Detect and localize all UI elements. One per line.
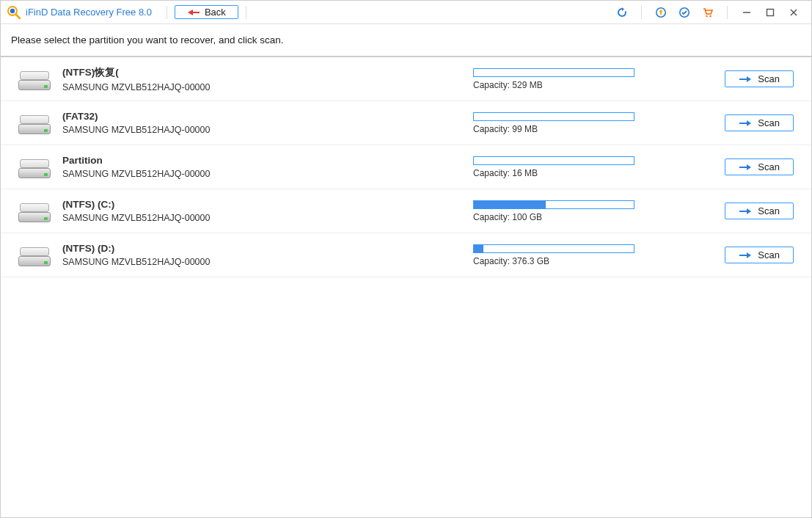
back-button[interactable]: Back (175, 5, 238, 19)
device-name: SAMSUNG MZVLB512HAJQ-00000 (62, 125, 473, 135)
separator-icon (641, 6, 642, 19)
drive-icon (18, 200, 51, 222)
drive-icon (18, 112, 51, 134)
capacity-text: Capacity: 529 MB (473, 80, 725, 90)
partition-list: (NTFS)恢复( SAMSUNG MZVLB512HAJQ-00000 Cap… (1, 57, 811, 277)
capacity-column: Capacity: 529 MB (473, 68, 725, 90)
capacity-bar (473, 244, 634, 253)
back-button-label: Back (205, 7, 226, 18)
titlebar: iFinD Data Recovery Free 8.0 Back (1, 1, 811, 24)
app-title: iFinD Data Recovery Free 8.0 (26, 7, 152, 18)
arrow-right-icon (739, 252, 752, 259)
scan-button-label: Scan (758, 205, 780, 216)
capacity-text: Capacity: 99 MB (473, 124, 725, 134)
instruction-text: Please select the partition you want to … (1, 24, 811, 57)
capacity-bar (473, 156, 634, 165)
capacity-bar (473, 200, 634, 209)
scan-button-label: Scan (758, 117, 780, 128)
app-logo-icon (7, 5, 21, 20)
partition-name: Partition (62, 155, 473, 166)
svg-rect-8 (767, 9, 774, 15)
drive-icon (18, 156, 51, 178)
partition-name: (NTFS)恢复( (62, 66, 473, 79)
scan-button-label: Scan (758, 161, 780, 172)
scan-button-label: Scan (758, 249, 780, 260)
arrow-right-icon (739, 76, 752, 83)
capacity-column: Capacity: 16 MB (473, 156, 725, 178)
partition-row[interactable]: (NTFS) (C:) SAMSUNG MZVLB512HAJQ-00000 C… (1, 189, 811, 233)
capacity-column: Capacity: 99 MB (473, 112, 725, 134)
partition-info: Partition SAMSUNG MZVLB512HAJQ-00000 (62, 155, 473, 179)
device-name: SAMSUNG MZVLB512HAJQ-00000 (62, 82, 473, 92)
capacity-text: Capacity: 100 GB (473, 212, 725, 222)
svg-point-5 (706, 15, 707, 16)
capacity-column: Capacity: 376.3 GB (473, 244, 725, 266)
drive-icon (18, 244, 51, 266)
check-icon[interactable] (673, 2, 696, 23)
scan-button[interactable]: Scan (725, 158, 794, 175)
partition-name: (NTFS) (D:) (62, 243, 473, 254)
capacity-bar (473, 112, 634, 121)
capacity-text: Capacity: 16 MB (473, 168, 725, 178)
device-name: SAMSUNG MZVLB512HAJQ-00000 (62, 169, 473, 179)
partition-name: (FAT32) (62, 111, 473, 122)
drive-icon (18, 68, 51, 90)
svg-point-6 (709, 15, 711, 16)
partition-row[interactable]: Partition SAMSUNG MZVLB512HAJQ-00000 Cap… (1, 145, 811, 189)
scan-button[interactable]: Scan (725, 247, 794, 263)
svg-line-2 (16, 14, 21, 18)
update-icon[interactable] (649, 2, 673, 23)
partition-info: (NTFS) (D:) SAMSUNG MZVLB512HAJQ-00000 (62, 243, 473, 267)
partition-info: (NTFS) (C:) SAMSUNG MZVLB512HAJQ-00000 (62, 199, 473, 223)
partition-name: (NTFS) (C:) (62, 199, 473, 210)
partition-row[interactable]: (FAT32) SAMSUNG MZVLB512HAJQ-00000 Capac… (1, 101, 811, 145)
separator-icon (727, 6, 728, 19)
separator-icon (167, 6, 167, 19)
arrow-left-icon (187, 9, 200, 16)
device-name: SAMSUNG MZVLB512HAJQ-00000 (62, 257, 473, 267)
capacity-text: Capacity: 376.3 GB (473, 256, 725, 266)
close-button[interactable] (782, 2, 805, 23)
refresh-icon[interactable] (610, 2, 634, 23)
partition-row[interactable]: (NTFS)恢复( SAMSUNG MZVLB512HAJQ-00000 Cap… (1, 57, 811, 101)
partition-info: (FAT32) SAMSUNG MZVLB512HAJQ-00000 (62, 111, 473, 135)
scan-button[interactable]: Scan (725, 70, 794, 87)
scan-button[interactable]: Scan (725, 114, 794, 131)
separator-icon (246, 6, 246, 19)
arrow-right-icon (739, 120, 752, 127)
arrow-right-icon (739, 164, 752, 171)
capacity-bar (473, 68, 634, 77)
partition-row[interactable]: (NTFS) (D:) SAMSUNG MZVLB512HAJQ-00000 C… (1, 233, 811, 277)
device-name: SAMSUNG MZVLB512HAJQ-00000 (62, 213, 473, 223)
arrow-right-icon (739, 208, 752, 215)
svg-point-1 (10, 8, 15, 12)
capacity-column: Capacity: 100 GB (473, 200, 725, 222)
scan-button[interactable]: Scan (725, 203, 794, 219)
scan-button-label: Scan (758, 73, 780, 84)
maximize-button[interactable] (758, 2, 782, 23)
partition-info: (NTFS)恢复( SAMSUNG MZVLB512HAJQ-00000 (62, 66, 473, 92)
cart-icon[interactable] (696, 2, 720, 23)
minimize-button[interactable] (735, 2, 758, 23)
